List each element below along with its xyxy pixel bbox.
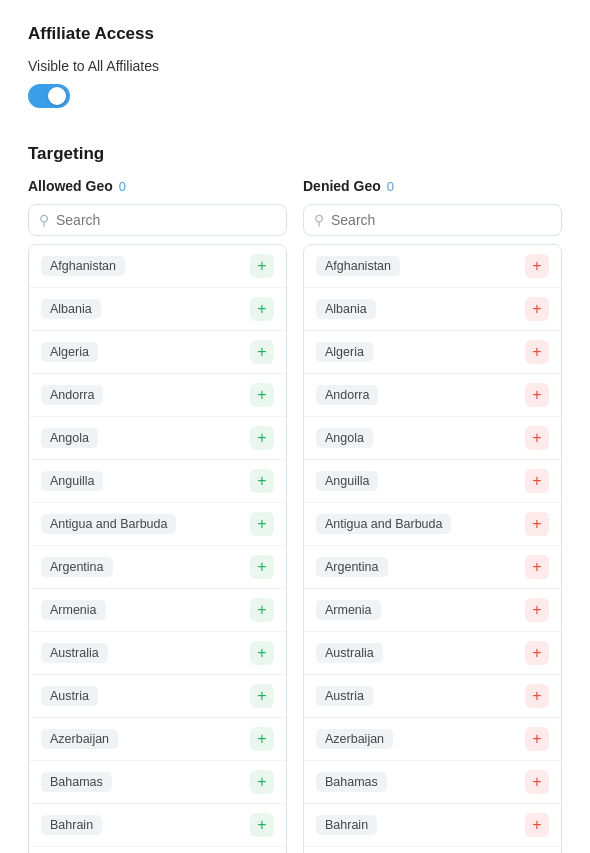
denied-country-item: Australia+ [304, 632, 561, 675]
denied-country-item: Bahrain+ [304, 804, 561, 847]
visible-to-affiliates-toggle[interactable] [28, 84, 70, 108]
allowed-geo-country-list: Afghanistan+Albania+Algeria+Andorra+Ango… [28, 244, 287, 853]
add-denied-country-button[interactable]: + [525, 340, 549, 364]
allowed-geo-column: Allowed Geo 0 ⚲ Afghanistan+Albania+Alge… [28, 178, 287, 853]
denied-geo-country-list: Afghanistan+Albania+Algeria+Andorra+Ango… [303, 244, 562, 853]
add-allowed-country-button[interactable]: + [250, 426, 274, 450]
add-denied-country-button[interactable]: + [525, 512, 549, 536]
allowed-country-item: Bahrain+ [29, 804, 286, 847]
country-tag: Antigua and Barbuda [316, 514, 451, 534]
add-allowed-country-button[interactable]: + [250, 813, 274, 837]
add-allowed-country-button[interactable]: + [250, 727, 274, 751]
add-allowed-country-button[interactable]: + [250, 555, 274, 579]
add-denied-country-button[interactable]: + [525, 641, 549, 665]
country-tag: Albania [41, 299, 101, 319]
add-denied-country-button[interactable]: + [525, 813, 549, 837]
affiliate-section-title: Affiliate Access [28, 24, 562, 44]
country-tag: Argentina [316, 557, 388, 577]
allowed-country-item: Afghanistan+ [29, 245, 286, 288]
affiliate-access-section: Affiliate Access Visible to All Affiliat… [28, 24, 562, 108]
country-tag: Bahamas [41, 772, 112, 792]
denied-country-item: Angola+ [304, 417, 561, 460]
allowed-geo-search-box[interactable]: ⚲ [28, 204, 287, 236]
allowed-geo-search-input[interactable] [56, 212, 276, 228]
add-allowed-country-button[interactable]: + [250, 641, 274, 665]
toggle-wrapper [28, 84, 562, 108]
add-allowed-country-button[interactable]: + [250, 598, 274, 622]
country-tag: Anguilla [41, 471, 103, 491]
affiliate-visible-label: Visible to All Affiliates [28, 58, 562, 74]
country-tag: Austria [41, 686, 98, 706]
add-denied-country-button[interactable]: + [525, 426, 549, 450]
allowed-country-item: Bahamas+ [29, 761, 286, 804]
country-tag: Azerbaijan [316, 729, 393, 749]
allowed-country-item: Andorra+ [29, 374, 286, 417]
denied-geo-count: 0 [387, 179, 394, 194]
allowed-country-item: Anguilla+ [29, 460, 286, 503]
denied-country-item: Algeria+ [304, 331, 561, 374]
add-denied-country-button[interactable]: + [525, 254, 549, 278]
country-tag: Australia [41, 643, 108, 663]
add-allowed-country-button[interactable]: + [250, 254, 274, 278]
country-tag: Bahrain [316, 815, 377, 835]
add-denied-country-button[interactable]: + [525, 469, 549, 493]
add-allowed-country-button[interactable]: + [250, 770, 274, 794]
country-tag: Azerbaijan [41, 729, 118, 749]
allowed-country-item: Antigua and Barbuda+ [29, 503, 286, 546]
country-tag: Algeria [41, 342, 98, 362]
targeting-section: Targeting Allowed Geo 0 ⚲ Afghanistan+Al… [28, 144, 562, 853]
add-denied-country-button[interactable]: + [525, 383, 549, 407]
denied-country-item: Azerbaijan+ [304, 718, 561, 761]
add-denied-country-button[interactable]: + [525, 598, 549, 622]
country-tag: Armenia [41, 600, 106, 620]
denied-search-icon: ⚲ [314, 212, 324, 228]
country-tag: Bahamas [316, 772, 387, 792]
add-denied-country-button[interactable]: + [525, 770, 549, 794]
country-tag: Antigua and Barbuda [41, 514, 176, 534]
denied-country-item: Austria+ [304, 675, 561, 718]
add-allowed-country-button[interactable]: + [250, 469, 274, 493]
allowed-country-item: Algeria+ [29, 331, 286, 374]
country-tag: Armenia [316, 600, 381, 620]
add-allowed-country-button[interactable]: + [250, 340, 274, 364]
allowed-country-item: Australia+ [29, 632, 286, 675]
denied-country-item: Armenia+ [304, 589, 561, 632]
allowed-country-item: Armenia+ [29, 589, 286, 632]
denied-country-item: Anguilla+ [304, 460, 561, 503]
denied-country-item: Antigua and Barbuda+ [304, 503, 561, 546]
denied-country-item: Albania+ [304, 288, 561, 331]
denied-country-item: Bangladesh+ [304, 847, 561, 853]
add-allowed-country-button[interactable]: + [250, 512, 274, 536]
add-allowed-country-button[interactable]: + [250, 383, 274, 407]
country-tag: Andorra [41, 385, 103, 405]
allowed-geo-title: Allowed Geo [28, 178, 113, 194]
denied-geo-header: Denied Geo 0 [303, 178, 562, 194]
allowed-country-item: Bangladesh+ [29, 847, 286, 853]
country-tag: Angola [41, 428, 98, 448]
allowed-country-item: Argentina+ [29, 546, 286, 589]
denied-country-item: Argentina+ [304, 546, 561, 589]
country-tag: Angola [316, 428, 373, 448]
denied-geo-search-input[interactable] [331, 212, 551, 228]
add-allowed-country-button[interactable]: + [250, 684, 274, 708]
country-tag: Afghanistan [41, 256, 125, 276]
country-tag: Australia [316, 643, 383, 663]
country-tag: Bahrain [41, 815, 102, 835]
add-denied-country-button[interactable]: + [525, 297, 549, 321]
allowed-country-item: Azerbaijan+ [29, 718, 286, 761]
country-tag: Argentina [41, 557, 113, 577]
country-tag: Algeria [316, 342, 373, 362]
country-tag: Austria [316, 686, 373, 706]
allowed-country-item: Austria+ [29, 675, 286, 718]
add-denied-country-button[interactable]: + [525, 684, 549, 708]
add-denied-country-button[interactable]: + [525, 727, 549, 751]
allowed-geo-count: 0 [119, 179, 126, 194]
add-allowed-country-button[interactable]: + [250, 297, 274, 321]
denied-country-item: Bahamas+ [304, 761, 561, 804]
denied-country-item: Andorra+ [304, 374, 561, 417]
country-tag: Andorra [316, 385, 378, 405]
add-denied-country-button[interactable]: + [525, 555, 549, 579]
denied-geo-column: Denied Geo 0 ⚲ Afghanistan+Albania+Alger… [303, 178, 562, 853]
denied-geo-search-box[interactable]: ⚲ [303, 204, 562, 236]
allowed-geo-header: Allowed Geo 0 [28, 178, 287, 194]
